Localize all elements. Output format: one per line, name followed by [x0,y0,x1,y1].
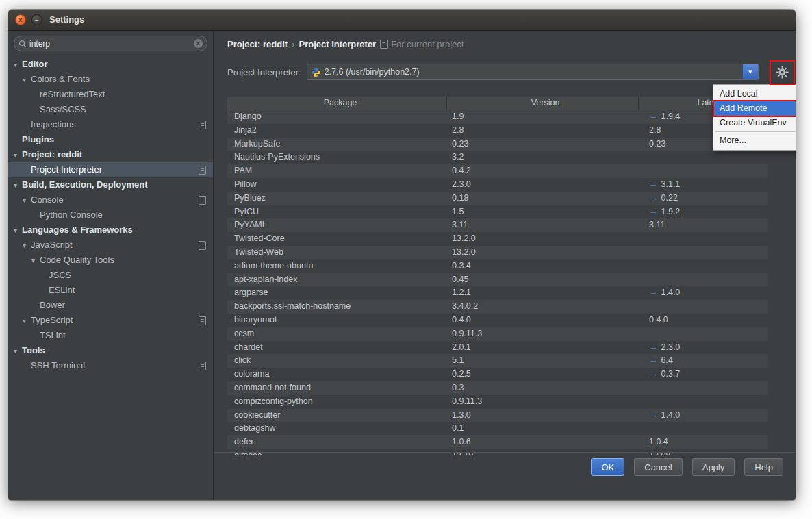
menu-item-add-local[interactable]: Add Local [714,87,796,101]
chevron-down-icon[interactable]: ▾ [31,253,40,268]
sidebar-item-sass-scss[interactable]: ▾Sass/SCSS [8,102,213,117]
table-row[interactable]: Jinja2 2.8 →2.8 [227,124,768,138]
sidebar-item-typescript[interactable]: ▾TypeScript [8,313,213,328]
chevron-down-icon[interactable]: ▾ [14,58,22,73]
sidebar-item-label: Build, Execution, Deployment [22,179,147,190]
table-row[interactable]: argparse 1.2.1 →1.4.0 [227,286,768,300]
menu-item-create-virtualenv[interactable]: Create VirtualEnv [714,116,796,130]
table-row[interactable]: click 5.1 →6.4 [227,354,768,368]
version-cell: 2.8 [446,124,638,138]
sidebar-item-languages-frameworks[interactable]: ▾Languages & Frameworks [8,223,213,238]
version-cell: 13.2.0 [446,246,638,260]
sidebar-item-bower[interactable]: ▾Bower [8,298,213,313]
settings-search-box[interactable]: × [14,36,207,51]
sidebar-item-eslint[interactable]: ▾ESLint [8,283,213,298]
table-row[interactable]: PAM 0.4.2 → [227,164,768,178]
help-button[interactable]: Help [744,458,783,476]
table-row[interactable]: PyBluez 0.18 →0.22 [227,192,768,205]
sidebar-item-project-reddit[interactable]: ▾Project: reddit [8,147,213,162]
menu-item-add-remote[interactable]: Add Remote [714,101,796,116]
copy-settings-icon [199,166,206,175]
apply-button[interactable]: Apply [692,458,735,476]
package-name-cell: backports.ssl-match-hostname [227,300,446,314]
for-current-project-note: For current project [380,39,464,49]
table-row[interactable]: Nautilus-PyExtensions 3.2 → [227,151,768,164]
chevron-down-icon[interactable]: ▾ [23,193,31,208]
sidebar-item-code-quality-tools[interactable]: ▾Code Quality Tools [8,253,213,268]
interpreter-combo[interactable]: 2.7.6 (/usr/bin/python2.7) ▾ [307,64,759,80]
latest-cell: →1.0.4 [638,435,768,449]
sidebar-item-console[interactable]: ▾Console [8,192,213,207]
sidebar-item-javascript[interactable]: ▾JavaScript [8,238,213,253]
package-name-cell: colorama [227,368,446,381]
chevron-down-icon[interactable]: ▾ [14,223,22,238]
package-name-cell: Jinja2 [227,124,446,138]
table-row[interactable]: Pillow 2.3.0 →3.1.1 [227,178,768,192]
column-header-version[interactable]: Version [446,97,638,110]
sidebar-item-colors-fonts[interactable]: ▾Colors & Fonts [8,72,213,87]
gear-button[interactable] [774,64,790,80]
desktop: × − Settings × ▾Editor ▾Colors & Fonts ▾… [0,0,812,519]
chevron-down-icon[interactable]: ▾ [14,148,22,163]
table-row[interactable]: MarkupSafe 0.23 →0.23 [227,138,768,151]
table-row[interactable]: apt-xapian-index 0.45 → [227,273,768,287]
table-row[interactable]: Twisted-Core 13.2.0 → [227,232,768,246]
table-row[interactable]: compizconfig-python 0.9.11.3 → [227,395,768,409]
table-row[interactable]: chardet 2.0.1 →2.3.0 [227,341,768,355]
sidebar-item-jscs[interactable]: ▾JSCS [8,268,213,283]
sidebar-item-inspections[interactable]: ▾Inspections [8,117,213,132]
package-name-cell: PyBluez [227,192,446,205]
table-row[interactable]: cookiecutter 1.3.0 →1.4.0 [227,409,768,422]
table-row[interactable]: Twisted-Web 13.2.0 → [227,246,768,260]
chevron-down-icon[interactable]: ▾ [23,238,31,253]
version-cell: 3.4.0.2 [446,300,638,314]
sidebar-item-tslint[interactable]: ▾TSLint [8,328,213,343]
latest-cell: →0.3.7 [638,368,768,381]
table-row[interactable]: PyICU 1.5 →1.9.2 [227,205,768,219]
table-row[interactable]: debtagshw 0.1 → [227,422,768,435]
column-header-package[interactable]: Package [227,97,446,110]
close-button[interactable]: × [15,14,26,25]
chevron-down-icon[interactable]: ▾ [14,344,22,359]
table-row[interactable]: binaryornot 0.4.0 →0.4.0 [227,314,768,327]
table-row[interactable]: PyYAML 3.11 →3.11 [227,218,768,232]
minimize-button[interactable]: − [31,14,42,25]
sidebar-item-build-execution-deployment[interactable]: ▾Build, Execution, Deployment [8,177,213,192]
clear-search-icon[interactable]: × [194,39,203,48]
gear-icon [776,66,789,79]
chevron-down-icon[interactable]: ▾ [14,178,22,193]
sidebar-item-project-interpreter[interactable]: ▾Project Interpreter [8,162,213,177]
table-row[interactable]: adium-theme-ubuntu 0.3.4 → [227,260,768,273]
table-row[interactable]: defer 1.0.6 →1.0.4 [227,435,768,449]
package-name-cell: click [227,354,446,368]
sidebar-item-ssh-terminal[interactable]: ▾SSH Terminal [8,358,213,373]
table-row[interactable]: backports.ssl-match-hostname 3.4.0.2 → [227,300,768,314]
sidebar-item-plugins[interactable]: ▾Plugins [8,132,213,147]
breadcrumb-separator: › [292,39,294,49]
sidebar-item-tools[interactable]: ▾Tools [8,343,213,358]
package-name-cell: ccsm [227,327,446,341]
table-row[interactable]: colorama 0.2.5 →0.3.7 [227,368,768,381]
sidebar-item-editor[interactable]: ▾Editor [8,57,213,72]
sidebar-item-label: Editor [22,59,48,69]
chevron-down-icon[interactable]: ▾ [23,314,31,329]
version-cell: 2.3.0 [446,178,638,192]
sidebar-item-python-console[interactable]: ▾Python Console [8,207,213,223]
table-row[interactable]: Django 1.9 →1.9.4 [227,110,768,124]
ok-button[interactable]: OK [591,458,624,476]
version-cell: 0.3.4 [446,260,638,273]
upgrade-arrow-icon: → [649,342,658,352]
latest-cell: →6.4 [638,354,768,368]
table-row[interactable]: ccsm 0.9.11.3 → [227,327,768,341]
menu-item-more[interactable]: More... [714,134,796,148]
table-row[interactable]: command-not-found 0.3 → [227,381,768,395]
titlebar[interactable]: × − Settings [8,10,796,31]
search-input[interactable] [27,39,194,49]
combo-dropdown-button[interactable]: ▾ [742,64,758,79]
package-name-cell: PyICU [227,205,446,219]
chevron-down-icon[interactable]: ▾ [23,73,31,88]
cancel-button[interactable]: Cancel [634,458,682,476]
sidebar-item-restructuredtext[interactable]: ▾reStructuredText [8,87,213,102]
package-name-cell: debtagshw [227,422,446,435]
latest-cell: →2.3.0 [638,341,768,355]
